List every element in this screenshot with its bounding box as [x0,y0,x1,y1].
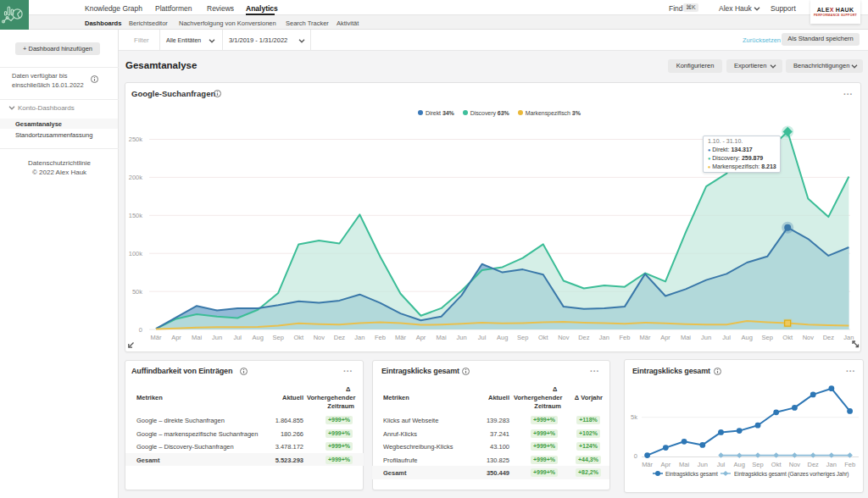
svg-text:Sep: Sep [752,461,763,468]
svg-text:5k: 5k [631,413,637,421]
svg-text:Mär: Mär [642,461,653,468]
svg-text:Jun: Jun [698,461,708,468]
svg-text:Okt: Okt [771,461,782,468]
svg-text:Eintragsklicks gesamt (Ganzes: Eintragsklicks gesamt (Ganzes vorheriges… [734,471,849,478]
svg-text:Feb: Feb [844,461,855,468]
svg-text:Dez: Dez [808,461,820,468]
svg-text:Apr: Apr [660,461,670,468]
svg-text:Aug: Aug [734,461,745,468]
svg-text:Mai: Mai [679,461,689,468]
svg-text:Jul: Jul [717,461,726,468]
svg-text:Jan: Jan [826,461,837,468]
svg-text:Eintragsklicks gesamt: Eintragsklicks gesamt [665,471,718,478]
svg-text:0: 0 [634,452,637,460]
svg-text:Nov: Nov [789,461,801,468]
